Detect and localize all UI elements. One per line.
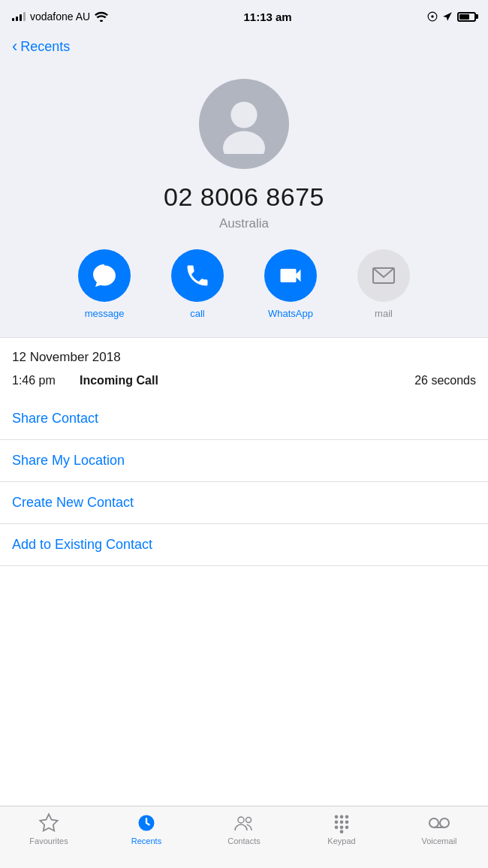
svg-point-6 bbox=[238, 817, 244, 823]
share-location-item[interactable]: Share My Location bbox=[0, 440, 488, 482]
back-label: Recents bbox=[20, 39, 70, 55]
avatar-silhouette bbox=[214, 94, 274, 154]
star-icon bbox=[38, 812, 59, 833]
call-type: Incoming Call bbox=[80, 374, 414, 387]
status-right bbox=[427, 11, 476, 22]
svg-point-15 bbox=[340, 826, 344, 830]
wifi-icon bbox=[95, 11, 108, 22]
whatsapp-icon bbox=[277, 262, 304, 289]
svg-point-8 bbox=[335, 815, 339, 819]
mail-button[interactable] bbox=[357, 249, 410, 302]
status-left: vodafone AU bbox=[12, 11, 108, 23]
call-detail: 1:46 pm Incoming Call 26 seconds bbox=[0, 371, 488, 398]
svg-point-2 bbox=[230, 101, 257, 128]
tab-favourites-label: Favourites bbox=[29, 836, 68, 845]
svg-point-17 bbox=[340, 830, 344, 833]
message-button[interactable] bbox=[78, 249, 131, 302]
svg-point-12 bbox=[340, 821, 344, 824]
tab-voicemail-label: Voicemail bbox=[421, 836, 456, 845]
mail-icon bbox=[372, 267, 395, 284]
call-label: call bbox=[190, 308, 205, 319]
tab-recents-label: Recents bbox=[131, 836, 161, 845]
svg-point-18 bbox=[429, 818, 438, 827]
svg-point-1 bbox=[431, 15, 434, 18]
action-call[interactable]: call bbox=[160, 249, 235, 319]
phone-number: 02 8006 8675 bbox=[164, 182, 324, 212]
back-chevron-icon: ‹ bbox=[12, 38, 17, 55]
back-button[interactable]: ‹ Recents bbox=[12, 39, 70, 55]
tab-voicemail[interactable]: Voicemail bbox=[390, 812, 488, 845]
svg-point-7 bbox=[246, 818, 252, 823]
tab-keypad-label: Keypad bbox=[327, 836, 355, 845]
message-label: message bbox=[85, 308, 125, 319]
call-icon bbox=[184, 262, 211, 289]
share-contact-item[interactable]: Share Contact bbox=[0, 398, 488, 440]
svg-point-11 bbox=[335, 821, 339, 824]
action-whatsapp[interactable]: WhatsApp bbox=[253, 249, 328, 319]
add-existing-label: Add to Existing Contact bbox=[12, 537, 152, 552]
battery-icon bbox=[457, 12, 476, 22]
location-icon bbox=[427, 11, 438, 22]
action-buttons: message call WhatsApp bbox=[12, 249, 476, 319]
status-time: 11:13 am bbox=[243, 11, 291, 23]
create-contact-item[interactable]: Create New Contact bbox=[0, 482, 488, 524]
svg-point-16 bbox=[345, 826, 349, 830]
contact-section: 02 8006 8675 Australia message call bbox=[0, 64, 488, 337]
tab-bar: Favourites Recents Contacts bbox=[0, 806, 488, 868]
svg-point-9 bbox=[340, 815, 344, 819]
add-existing-item[interactable]: Add to Existing Contact bbox=[0, 524, 488, 566]
call-time: 1:46 pm bbox=[12, 374, 80, 387]
share-contact-label: Share Contact bbox=[12, 411, 98, 426]
whatsapp-button[interactable] bbox=[264, 249, 317, 302]
menu-section: Share Contact Share My Location Create N… bbox=[0, 398, 488, 566]
tab-contacts-label: Contacts bbox=[227, 836, 260, 845]
header: ‹ Recents bbox=[0, 33, 488, 64]
navigation-icon bbox=[442, 11, 453, 22]
svg-point-13 bbox=[345, 821, 349, 824]
message-icon bbox=[91, 262, 118, 289]
tab-recents[interactable]: Recents bbox=[98, 812, 195, 845]
action-message[interactable]: message bbox=[67, 249, 142, 319]
whatsapp-label: WhatsApp bbox=[268, 308, 313, 319]
svg-point-10 bbox=[345, 815, 349, 819]
mail-label: mail bbox=[375, 308, 393, 319]
call-log-section: 12 November 2018 1:46 pm Incoming Call 2… bbox=[0, 337, 488, 398]
create-contact-label: Create New Contact bbox=[12, 495, 134, 510]
svg-point-3 bbox=[223, 131, 265, 154]
call-button[interactable] bbox=[171, 249, 224, 302]
signal-bars bbox=[12, 12, 26, 21]
tab-keypad[interactable]: Keypad bbox=[293, 812, 390, 845]
share-location-label: Share My Location bbox=[12, 453, 125, 468]
action-mail[interactable]: mail bbox=[346, 249, 421, 319]
svg-point-19 bbox=[440, 818, 449, 827]
tab-contacts[interactable]: Contacts bbox=[195, 812, 293, 845]
status-bar: vodafone AU 11:13 am bbox=[0, 0, 488, 33]
avatar bbox=[199, 79, 289, 169]
call-duration: 26 seconds bbox=[414, 374, 476, 387]
svg-point-14 bbox=[335, 826, 339, 830]
voicemail-icon bbox=[429, 812, 450, 833]
call-date: 12 November 2018 bbox=[0, 338, 488, 371]
tab-favourites[interactable]: Favourites bbox=[0, 812, 98, 845]
contacts-icon bbox=[233, 812, 255, 833]
clock-icon bbox=[136, 812, 157, 833]
keypad-icon bbox=[331, 812, 352, 833]
carrier-label: vodafone AU bbox=[30, 11, 90, 23]
contact-location: Australia bbox=[219, 216, 269, 231]
